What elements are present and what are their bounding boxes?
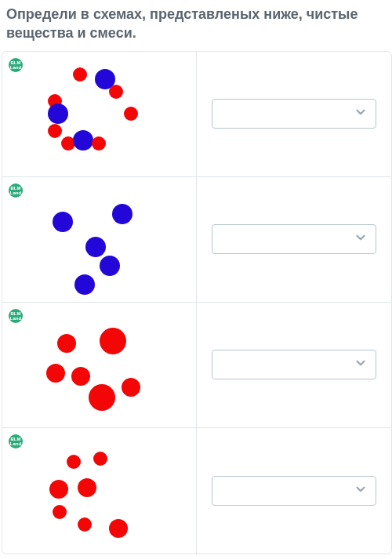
particle: [73, 67, 87, 82]
particle: [85, 237, 106, 257]
particle: [57, 334, 76, 353]
particle: [67, 455, 81, 469]
table-row: BLM Land: [2, 177, 391, 303]
particle: [78, 517, 92, 532]
particle-diagram-4: [2, 428, 196, 554]
table-row: BLM Land: [2, 428, 391, 554]
particle-diagram-3: [2, 303, 196, 427]
particle: [53, 212, 73, 232]
diagram-cell: BLM Land: [2, 303, 197, 427]
particle: [100, 328, 126, 354]
answer-cell: [197, 428, 391, 554]
chevron-down-icon: [354, 482, 368, 499]
particle: [122, 378, 140, 397]
particle: [48, 124, 62, 138]
particle: [100, 256, 120, 276]
particle: [46, 364, 65, 383]
particle: [49, 480, 68, 499]
chevron-down-icon: [354, 230, 368, 248]
answer-cell: [197, 177, 391, 302]
chevron-down-icon: [354, 356, 368, 373]
chevron-down-icon: [354, 105, 368, 122]
particle: [74, 274, 95, 295]
question-prompt: Определи в схемах, представленых ниже, ч…: [0, 0, 392, 51]
classification-select[interactable]: [212, 476, 376, 506]
particle: [71, 367, 90, 386]
classification-select[interactable]: [212, 350, 376, 379]
diagram-cell: BLM Land: [2, 52, 197, 176]
table-row: BLM Land: [2, 52, 391, 177]
particle: [48, 103, 68, 124]
particle: [78, 478, 96, 497]
particle: [109, 85, 123, 99]
particle: [93, 452, 107, 466]
classification-select[interactable]: [212, 99, 376, 129]
diagram-cell: BLM Land: [2, 177, 197, 302]
classification-select[interactable]: [212, 224, 376, 254]
particle: [73, 130, 93, 151]
particle-diagram-1: [2, 52, 196, 176]
particle: [89, 384, 115, 411]
particle: [109, 519, 128, 538]
diagram-table: BLM Land BLM Land: [2, 51, 392, 554]
particle: [92, 136, 106, 151]
particle: [124, 107, 138, 121]
particle: [112, 204, 132, 224]
answer-cell: [197, 303, 391, 427]
particle-diagram-2: [2, 177, 196, 302]
answer-cell: [197, 52, 391, 176]
particle: [53, 505, 67, 519]
diagram-cell: BLM Land: [2, 428, 197, 554]
table-row: BLM Land: [2, 303, 391, 428]
